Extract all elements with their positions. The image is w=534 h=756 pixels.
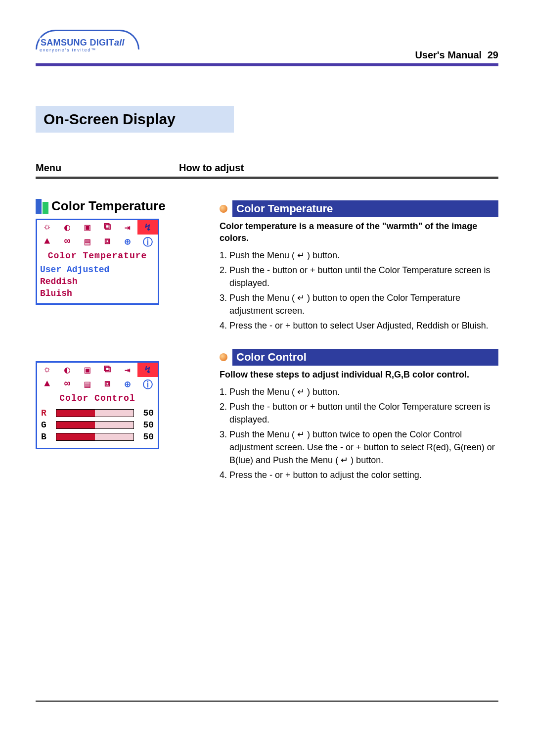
step: Press the - or + button to adjust the co… bbox=[229, 469, 498, 481]
section2-desc: Follow these steps to adjust individual … bbox=[220, 369, 498, 380]
left-section-heading: Color Temperature bbox=[36, 198, 179, 214]
section2-title-bar: Color Control bbox=[220, 349, 498, 366]
bullet-icon bbox=[220, 353, 227, 361]
step: Push the - button or + button until the … bbox=[229, 264, 498, 289]
step: Push the Menu ( ↵ ) button. bbox=[229, 385, 498, 398]
pip-icon: ⧉ bbox=[97, 363, 118, 377]
bar-row-g: G 50 bbox=[41, 420, 154, 430]
bar-row-b: B 50 bbox=[41, 432, 154, 442]
step: Press the - or + button to select User A… bbox=[229, 319, 498, 332]
bar-value-r: 50 bbox=[138, 408, 154, 418]
brand-logo: SAMSUNG DIGITall everyone's invited™ bbox=[36, 30, 144, 53]
brightness-icon: ☼ bbox=[37, 220, 57, 235]
step: Push the Menu ( ↵ ) button to open the C… bbox=[229, 291, 498, 317]
section1-desc: Color temperature is a measure of the "w… bbox=[220, 220, 498, 244]
section2-title: Color Control bbox=[232, 349, 498, 366]
page-title-bar: On-Screen Display bbox=[36, 106, 498, 133]
brand-text-1: SAMSUNG DIGIT bbox=[41, 38, 114, 47]
link-icon: ∞ bbox=[57, 235, 78, 250]
osd1-title: Color Temperature bbox=[37, 250, 158, 262]
brightness-icon: ☼ bbox=[37, 363, 57, 377]
osd-color-control: ☼ ◐ ▣ ⧉ ⇥ ↯ ▲ ∞ ▤ ⧈ ⊕ ⓘ Color Control bbox=[36, 361, 159, 449]
manual-label: User's Manual bbox=[415, 49, 482, 60]
contrast-icon: ◐ bbox=[57, 220, 78, 235]
ok-icon: ↯ bbox=[137, 363, 158, 377]
step: Push the - button or + button until the … bbox=[229, 400, 498, 426]
hpos-icon: ⇥ bbox=[118, 220, 138, 235]
clock-icon: ⊕ bbox=[118, 377, 138, 392]
bar-label-g: G bbox=[41, 420, 52, 430]
bar-value-b: 50 bbox=[138, 432, 154, 442]
sharpness-icon: ▣ bbox=[77, 220, 97, 235]
osd1-opt-bluish: Bluish bbox=[40, 287, 155, 299]
info-icon: ⓘ bbox=[137, 235, 158, 250]
page-title: On-Screen Display bbox=[36, 106, 234, 133]
brand-text-2: all bbox=[114, 38, 125, 47]
bar-track-b bbox=[56, 433, 134, 441]
bar-label-r: R bbox=[41, 408, 52, 418]
page-header-right: User's Manual 29 bbox=[415, 49, 498, 61]
manual-page: SAMSUNG DIGITall everyone's invited™ Use… bbox=[0, 0, 534, 756]
col-menu: Menu bbox=[36, 162, 179, 174]
sharpness-icon: ▣ bbox=[77, 363, 97, 377]
osd2-title: Color Control bbox=[37, 392, 158, 404]
double-rule bbox=[36, 177, 498, 179]
bar-label-b: B bbox=[41, 432, 52, 442]
brand-tagline: everyone's invited™ bbox=[40, 47, 96, 52]
page-number: 29 bbox=[488, 49, 498, 60]
bullet-icon bbox=[220, 205, 227, 213]
col-howto: How to adjust bbox=[179, 162, 244, 174]
bar-track-r bbox=[56, 409, 134, 417]
warning-icon: ▲ bbox=[37, 377, 57, 392]
section1-steps: Push the Menu ( ↵ ) button. Push the - b… bbox=[229, 249, 498, 332]
hpos-icon: ⇥ bbox=[118, 363, 138, 377]
footer-rule bbox=[36, 701, 498, 702]
osd1-opt-reddish: Reddish bbox=[40, 276, 155, 287]
pip-icon: ⧉ bbox=[97, 220, 118, 235]
contrast-icon: ◐ bbox=[57, 363, 78, 377]
link-icon: ∞ bbox=[57, 377, 78, 392]
osd-color-temperature: ☼ ◐ ▣ ⧉ ⇥ ↯ ▲ ∞ ▤ ⧈ ⊕ ⓘ Color Temperatur… bbox=[36, 219, 159, 305]
ok-icon: ↯ bbox=[137, 220, 158, 235]
panel-icon: ▤ bbox=[77, 235, 97, 250]
step: Push the Menu ( ↵ ) button twice to open… bbox=[229, 428, 498, 467]
column-headers: Menu How to adjust bbox=[36, 162, 498, 174]
left-section-title: Color Temperature bbox=[51, 198, 166, 214]
osd1-opt-user: User Adjusted bbox=[40, 264, 155, 276]
section1-title: Color Temperature bbox=[232, 200, 498, 217]
bar-value-g: 50 bbox=[138, 420, 154, 430]
window-icon: ⧈ bbox=[97, 377, 118, 392]
section1-title-bar: Color Temperature bbox=[220, 200, 498, 217]
bar-row-r: R 50 bbox=[41, 408, 154, 418]
warning-icon: ▲ bbox=[37, 235, 57, 250]
panel-icon: ▤ bbox=[77, 377, 97, 392]
window-icon: ⧈ bbox=[97, 235, 118, 250]
section2-steps: Push the Menu ( ↵ ) button. Push the - b… bbox=[229, 385, 498, 481]
info-icon: ⓘ bbox=[137, 377, 158, 392]
step: Push the Menu ( ↵ ) button. bbox=[229, 249, 498, 262]
osd-icon-row-2: ☼ ◐ ▣ ⧉ ⇥ ↯ ▲ ∞ ▤ ⧈ ⊕ ⓘ bbox=[37, 363, 158, 392]
osd-icon-row: ☼ ◐ ▣ ⧉ ⇥ ↯ ▲ ∞ ▤ ⧈ ⊕ ⓘ bbox=[37, 220, 158, 250]
clock-icon: ⊕ bbox=[118, 235, 138, 250]
bar-track-g bbox=[56, 421, 134, 429]
